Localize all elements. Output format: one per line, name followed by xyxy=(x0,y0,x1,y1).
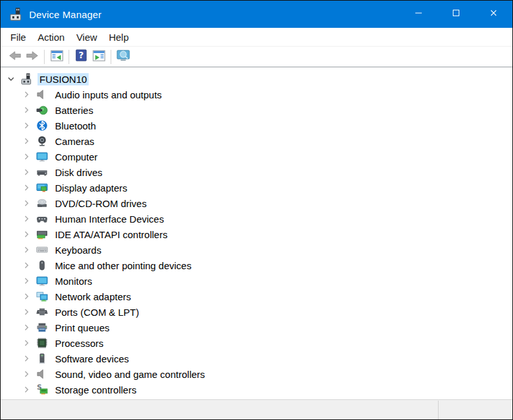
tree-item-label: Human Interface Devices xyxy=(53,213,166,225)
tree-root-item[interactable]: FUSION10 xyxy=(1,71,512,87)
chevron-right-icon[interactable] xyxy=(19,382,34,397)
tree-item-label: Disk drives xyxy=(53,166,104,179)
tree-item[interactable]: Disk drives xyxy=(1,164,512,180)
menu-file[interactable]: File xyxy=(5,30,32,45)
tree-item[interactable]: Processors xyxy=(1,335,512,351)
help-button[interactable]: ? xyxy=(72,49,90,65)
dvd-drive-icon xyxy=(36,197,48,210)
tree-item-label: Display adapters xyxy=(53,182,129,194)
tree-item-label: Processors xyxy=(53,337,105,349)
tree-item[interactable]: Cameras xyxy=(1,133,512,149)
speaker-icon xyxy=(36,89,48,101)
toolbar: ? xyxy=(1,47,512,67)
chevron-right-icon[interactable] xyxy=(19,118,34,133)
tree-item[interactable]: Computer xyxy=(1,149,512,164)
chevron-right-icon[interactable] xyxy=(19,366,34,382)
chevron-right-icon[interactable] xyxy=(19,102,34,118)
device-manager-window: Device Manager File Action View Help xyxy=(0,0,513,420)
back-button[interactable] xyxy=(6,49,23,65)
gamepad-icon xyxy=(36,213,48,225)
tree-item[interactable]: IDE ATA/ATAPI controllers xyxy=(1,227,512,242)
chevron-right-icon[interactable] xyxy=(19,149,34,164)
export-list-icon xyxy=(93,49,105,65)
tree-item[interactable]: Bluetooth xyxy=(1,118,512,133)
tree-item-label: Monitors xyxy=(53,275,94,287)
minimize-button[interactable] xyxy=(400,1,437,28)
chevron-right-icon[interactable] xyxy=(19,211,34,227)
tree-item[interactable]: Mice and other pointing devices xyxy=(1,258,512,273)
export-list-button[interactable] xyxy=(90,49,107,65)
title-bar: Device Manager xyxy=(1,1,512,28)
camera-icon xyxy=(36,135,48,148)
toolbar-separator xyxy=(69,50,69,64)
tree-item-label: Audio inputs and outputs xyxy=(53,89,164,101)
tree-item[interactable]: Keyboards xyxy=(1,242,512,258)
keyboard-icon xyxy=(36,244,48,256)
tree-item[interactable]: Batteries xyxy=(1,102,512,118)
chevron-right-icon[interactable] xyxy=(19,195,34,211)
disk-drive-icon xyxy=(36,166,48,179)
show-console-tree-button[interactable] xyxy=(48,49,65,65)
menu-bar: File Action View Help xyxy=(1,28,512,47)
tree-item-label: Cameras xyxy=(53,135,96,148)
tree-item-label: Bluetooth xyxy=(53,120,98,132)
chevron-right-icon[interactable] xyxy=(19,227,34,242)
software-device-icon xyxy=(36,353,48,365)
scan-hardware-icon xyxy=(116,49,130,65)
chevron-right-icon[interactable] xyxy=(19,351,34,366)
bluetooth-icon xyxy=(36,120,48,132)
chevron-right-icon[interactable] xyxy=(19,258,34,273)
tree-item[interactable]: Sound, video and game controllers xyxy=(1,366,512,382)
toolbar-separator xyxy=(44,50,45,64)
menu-help[interactable]: Help xyxy=(103,30,135,45)
monitor-icon xyxy=(36,275,48,287)
chevron-right-icon[interactable] xyxy=(19,273,34,289)
device-tree: FUSION10 Audio inputs and outputsBatteri… xyxy=(1,67,512,399)
chevron-right-icon[interactable] xyxy=(19,180,34,195)
chevron-right-icon[interactable] xyxy=(19,87,34,102)
forward-arrow-icon xyxy=(26,49,39,65)
menu-view[interactable]: View xyxy=(71,30,103,45)
console-tree-icon xyxy=(50,49,63,65)
chevron-right-icon[interactable] xyxy=(19,289,34,304)
speaker-icon xyxy=(36,368,48,381)
chevron-right-icon[interactable] xyxy=(19,335,34,351)
forward-button[interactable] xyxy=(23,49,41,65)
close-button[interactable] xyxy=(475,1,512,28)
chevron-down-icon[interactable] xyxy=(3,71,19,87)
chevron-right-icon[interactable] xyxy=(19,164,34,180)
tree-item-label: Storage controllers xyxy=(53,384,138,396)
chevron-right-icon[interactable] xyxy=(19,133,34,149)
tree-item[interactable]: Audio inputs and outputs xyxy=(1,87,512,102)
chevron-right-icon[interactable] xyxy=(19,320,34,335)
close-icon xyxy=(488,8,499,21)
window-title: Device Manager xyxy=(29,9,102,20)
tree-item[interactable]: Print queues xyxy=(1,320,512,335)
tree-item[interactable]: Human Interface Devices xyxy=(1,211,512,227)
computer-root-icon xyxy=(20,73,32,85)
minimize-icon xyxy=(413,8,424,21)
printer-icon xyxy=(36,322,48,334)
tree-item[interactable]: DVD/CD-ROM drives xyxy=(1,195,512,211)
tree-item[interactable]: Network adapters xyxy=(1,289,512,304)
scan-hardware-changes-button[interactable] xyxy=(115,49,132,65)
tree-item-label: Sound, video and game controllers xyxy=(53,368,207,381)
tree-root-label: FUSION10 xyxy=(38,73,89,85)
menu-action[interactable]: Action xyxy=(32,30,71,45)
tree-item[interactable]: SStorage controllers xyxy=(1,382,512,397)
tree-item-label: Mice and other pointing devices xyxy=(53,260,193,272)
tree-item[interactable]: Software devices xyxy=(1,351,512,366)
chevron-right-icon[interactable] xyxy=(19,304,34,320)
tree-item[interactable]: Monitors xyxy=(1,273,512,289)
serial-port-icon xyxy=(36,306,48,318)
maximize-button[interactable] xyxy=(437,1,475,28)
tree-item-label: Network adapters xyxy=(53,291,133,303)
device-manager-icon xyxy=(8,7,23,21)
tree-item[interactable]: Display adapters xyxy=(1,180,512,195)
tree-item-label: Ports (COM & LPT) xyxy=(53,306,141,318)
chevron-right-icon[interactable] xyxy=(19,242,34,258)
network-adapter-icon xyxy=(36,291,48,303)
tree-item[interactable]: Ports (COM & LPT) xyxy=(1,304,512,320)
storage-controller-icon: S xyxy=(36,384,48,396)
maximize-icon xyxy=(451,8,461,21)
